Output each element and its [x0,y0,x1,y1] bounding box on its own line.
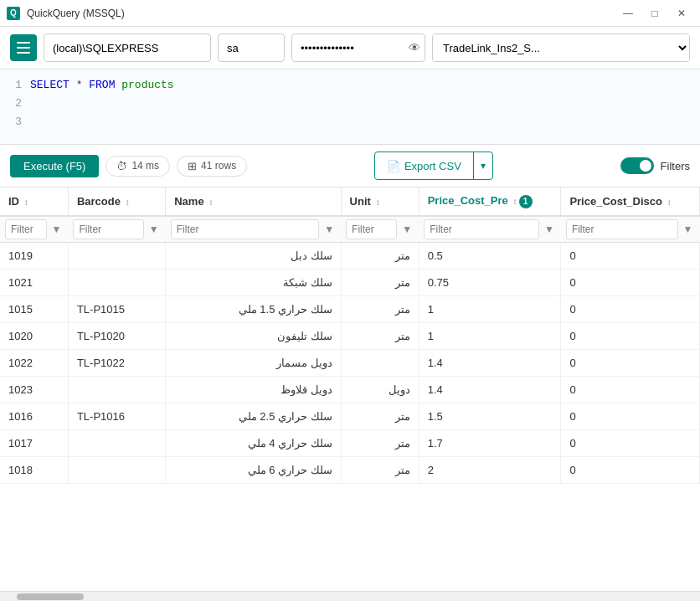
col-name-filter-btn[interactable]: ▼ [322,223,336,235]
col-discount-header[interactable]: Price_Cost_Disco ↕ [561,187,700,216]
line-number: 3 [8,113,22,131]
window-controls: — □ ✕ [616,2,693,25]
export-csv-button[interactable]: 📄 Export CSV [375,155,473,177]
menu-button[interactable] [10,34,37,61]
cell-id: 1018 [0,456,68,483]
cell-price: 0.75 [419,269,561,295]
cell-barcode: TL-P1015 [68,295,165,322]
cell-id: 1020 [0,322,68,349]
cell-price: 1 [419,322,561,349]
col-unit-header[interactable]: Unit ↕ [341,187,419,216]
col-unit-filter-btn[interactable]: ▼ [400,223,414,235]
col-barcode-filter-btn[interactable]: ▼ [147,223,161,235]
filters-toggle[interactable]: Filters [620,157,690,174]
filters-label: Filters [661,160,690,172]
cell-barcode [68,376,165,403]
horizontal-scrollbar[interactable] [0,591,700,601]
table-row: 1019سلك دبلمتر0.50 [0,242,700,269]
cell-price: 1.4 [419,376,561,403]
cell-price: 0.5 [419,242,561,269]
cell-discount: 0 [561,349,700,376]
cell-barcode [68,429,165,456]
col-price-filter-btn[interactable]: ▼ [543,223,556,235]
filters-switch[interactable] [620,157,654,174]
cell-discount: 0 [561,295,700,322]
col-discount-filter-input[interactable] [566,219,678,239]
server-input[interactable] [44,33,211,62]
line-numbers: 1 2 3 [0,76,30,137]
cell-unit: متر [341,456,419,483]
cell-name: دويل قلاوظ [166,376,341,403]
time-value: 14 ms [131,160,159,172]
col-unit-filter-input[interactable] [346,219,397,239]
col-price-header[interactable]: Price_Cost_Pre ↕1 [419,187,561,216]
rows-stat: ⊞ 41 rows [177,156,247,177]
table-name: products [121,79,173,91]
results-table: ID ↕Barcode ↕Name ↕Unit ↕Price_Cost_Pre … [0,187,700,484]
col-barcode-filter-input[interactable] [73,219,143,239]
col-barcode-header[interactable]: Barcode ↕ [68,187,165,216]
export-options-button[interactable]: ▾ [474,155,492,177]
cell-unit: متر [341,403,419,429]
cell-name: سلك حراري 4 ملي [166,429,341,456]
col-id-filter-cell: ▼ [0,216,68,243]
execute-button[interactable]: Execute (F5) [10,155,99,177]
cell-discount: 0 [561,242,700,269]
cell-barcode [68,269,165,295]
table-header-row: ID ↕Barcode ↕Name ↕Unit ↕Price_Cost_Pre … [0,187,700,216]
action-bar: Execute (F5) ⏱ 14 ms ⊞ 41 rows 📄 Export … [0,145,700,187]
cell-unit: متر [341,322,419,349]
cell-name: سلك تليفون [166,322,341,349]
sort-icon: ↕ [373,198,380,207]
editor-content[interactable]: SELECT * FROM products [30,76,700,137]
maximize-button[interactable]: □ [643,2,667,25]
table-row: 1022TL-P1022دويل مسمار1.40 [0,349,700,376]
line-number: 1 [8,76,22,95]
database-selector[interactable]: TradeLink_Ins2_S... [432,33,690,62]
col-barcode-filter-cell: ▼ [68,216,165,243]
cell-barcode [68,456,165,483]
cell-unit: متر [341,429,419,456]
col-id-filter-input[interactable] [5,219,47,239]
cell-name: سلك حراري 2.5 ملي [166,403,341,429]
sort-icon: ↕ [511,197,517,206]
cell-unit: دويل [341,376,419,403]
cell-id: 1019 [0,242,68,269]
cell-name: سلك حراري 6 ملي [166,456,341,483]
sort-icon: ↕ [207,198,214,207]
toggle-password-button[interactable]: 👁 [409,41,420,54]
col-name-filter-input[interactable] [171,219,319,239]
cell-discount: 0 [561,322,700,349]
cell-barcode: TL-P1016 [68,403,165,429]
rows-value: 41 rows [201,160,236,172]
col-id-filter-btn[interactable]: ▼ [50,223,64,235]
table-row: 1021سلك شبكةمتر0.750 [0,269,700,295]
col-discount-filter-btn[interactable]: ▼ [682,223,695,235]
table-row: 1018سلك حراري 6 مليمتر20 [0,456,700,483]
database-select[interactable]: TradeLink_Ins2_S... [433,34,689,61]
table-row: 1015TL-P1015سلك حراري 1.5 مليمتر10 [0,295,700,322]
col-name-header[interactable]: Name ↕ [166,187,341,216]
col-price-filter-input[interactable] [424,219,539,239]
cell-id: 1017 [0,429,68,456]
cell-discount: 0 [561,403,700,429]
cell-discount: 0 [561,456,700,483]
filter-row: ▼ ▼ ▼ ▼ ▼ ▼ [0,216,700,243]
table-wrapper[interactable]: ID ↕Barcode ↕Name ↕Unit ↕Price_Cost_Pre … [0,187,700,591]
password-input[interactable] [291,33,425,62]
password-wrapper: 👁 [291,33,425,62]
col-id-header[interactable]: ID ↕ [0,187,68,216]
table-row: 1023دويل قلاوظدويل1.40 [0,376,700,403]
minimize-button[interactable]: — [616,2,640,25]
table-row: 1017سلك حراري 4 مليمتر1.70 [0,429,700,456]
table-row: 1020TL-P1020سلك تليفونمتر10 [0,322,700,349]
cell-id: 1015 [0,295,68,322]
cell-name: دويل مسمار [166,349,341,376]
titlebar: Q QuickQuery (MSSQL) — □ ✕ [0,0,700,27]
close-button[interactable]: ✕ [670,2,693,25]
username-input[interactable] [218,33,285,62]
table-row: 1016TL-P1016سلك حراري 2.5 مليمتر1.50 [0,403,700,429]
cell-discount: 0 [561,269,700,295]
scrollbar-thumb[interactable] [17,593,84,600]
col-unit-filter-cell: ▼ [341,216,419,243]
